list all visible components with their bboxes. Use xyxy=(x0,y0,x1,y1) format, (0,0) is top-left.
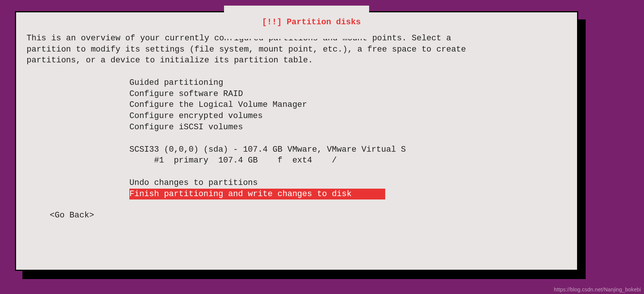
menu-block: Guided partitioning Configure software R… xyxy=(129,77,567,199)
menu-finish-partitioning[interactable]: Finish partitioning and write changes to… xyxy=(129,189,385,200)
menu-disk-line[interactable]: SCSI33 (0,0,0) (sda) - 107.4 GB VMware, … xyxy=(129,144,567,155)
menu-guided-partitioning[interactable]: Guided partitioning xyxy=(129,77,567,89)
dialog-title: [!!] Partition disks xyxy=(224,6,369,39)
menu-configure-lvm[interactable]: Configure the Logical Volume Manager xyxy=(129,99,567,111)
watermark-text: https://blog.csdn.net/Nanjing_bokebi xyxy=(554,286,641,293)
menu-partition-line[interactable]: #1 primary 107.4 GB f ext4 / xyxy=(129,155,567,166)
partition-dialog: [!!] Partition disks This is an overview… xyxy=(15,11,578,271)
spacer xyxy=(129,166,567,177)
spacer xyxy=(129,133,567,144)
dialog-content: This is an overview of your currently co… xyxy=(16,12,577,230)
go-back-button[interactable]: <Go Back> xyxy=(50,210,567,221)
menu-configure-raid[interactable]: Configure software RAID xyxy=(129,89,567,100)
menu-configure-encrypted[interactable]: Configure encrypted volumes xyxy=(129,111,567,122)
menu-configure-iscsi[interactable]: Configure iSCSI volumes xyxy=(129,122,567,133)
dialog-title-bar: [!!] Partition disks xyxy=(16,6,577,39)
title-mark: [!!] xyxy=(262,18,282,27)
menu-undo-changes[interactable]: Undo changes to partitions xyxy=(129,177,567,189)
title-text: Partition disks xyxy=(287,18,361,27)
